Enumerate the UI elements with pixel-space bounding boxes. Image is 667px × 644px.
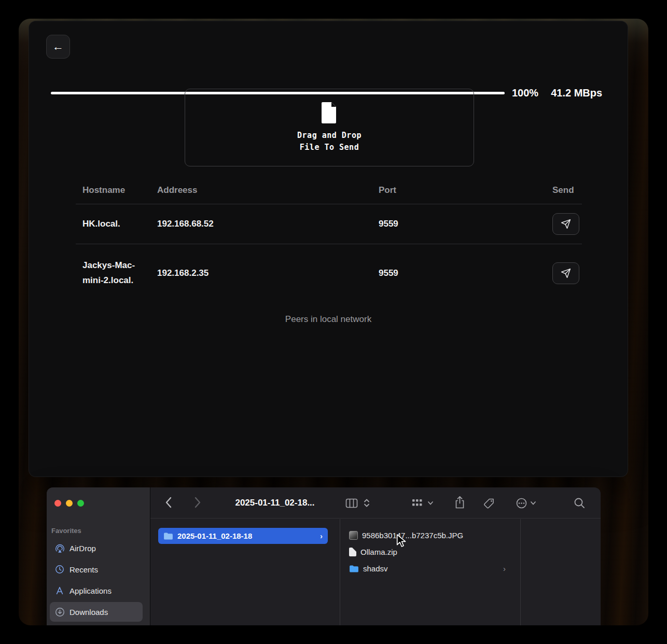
sidebar-items: AirDrop Recents Ap xyxy=(50,538,143,623)
column-view-icon[interactable] xyxy=(345,498,358,508)
peers-table: Hostname Addreess Port Send HK.local. 19… xyxy=(76,176,582,302)
minimize-window-button[interactable] xyxy=(66,500,73,507)
finder-window-title: 2025-01-11_02-18... xyxy=(213,487,337,519)
zoom-window-button[interactable] xyxy=(77,500,84,507)
group-by-chevron-icon[interactable] xyxy=(427,501,434,506)
progress-percent: 100% xyxy=(512,87,538,99)
peers-caption: Peers in local network xyxy=(29,314,628,329)
peer-hostname: HK.local. xyxy=(82,217,144,232)
list-item-folder[interactable]: shadsv › xyxy=(349,560,506,577)
folder-name: shadsv xyxy=(363,564,388,573)
dropzone-text: Drag and Drop File To Send xyxy=(297,130,362,154)
sidebar-item-airdrop[interactable]: AirDrop xyxy=(50,538,143,558)
download-icon xyxy=(54,607,65,617)
header-address: Addreess xyxy=(157,185,379,195)
image-thumbnail-icon xyxy=(349,531,358,540)
file-name: Ollama.zip xyxy=(360,548,397,556)
header-port: Port xyxy=(379,185,552,195)
back-button[interactable]: ← xyxy=(46,35,70,59)
folder-contents-list: 9586b30147...b7237c5b.JPG Ollama.zip sha… xyxy=(349,527,506,577)
chevron-left-icon xyxy=(165,496,172,509)
finder-columns: 2025-01-11_02-18-18 › 9586b30147...b7237… xyxy=(150,519,601,625)
paper-plane-icon xyxy=(561,219,571,229)
transfer-speed: 41.2 MBps xyxy=(551,87,602,99)
peer-row: HK.local. 192.168.68.52 9559 xyxy=(76,204,582,244)
peer-row: Jackys-Mac-mini-2.local. 192.168.2.35 95… xyxy=(76,244,582,302)
file-icon xyxy=(321,102,338,125)
search-icon[interactable] xyxy=(574,497,585,509)
peer-address: 192.168.68.52 xyxy=(157,219,379,229)
more-actions-chevron-icon[interactable] xyxy=(530,501,536,506)
forward-nav-button[interactable] xyxy=(194,496,201,509)
column-divider[interactable] xyxy=(340,519,340,625)
sidebar-item-applications[interactable]: Applications xyxy=(50,581,143,600)
clock-icon xyxy=(54,565,65,574)
sidebar-item-recents[interactable]: Recents xyxy=(50,559,143,579)
more-actions-icon[interactable] xyxy=(516,498,527,509)
dropzone-line1: Drag and Drop xyxy=(297,130,362,142)
peer-hostname: Jackys-Mac-mini-2.local. xyxy=(82,258,144,288)
sidebar-section-favorites: Favorites xyxy=(51,527,81,535)
chevron-right-icon: › xyxy=(320,531,323,540)
list-item-zip[interactable]: Ollama.zip xyxy=(349,543,506,560)
send-button[interactable] xyxy=(552,213,579,235)
close-window-button[interactable] xyxy=(54,500,61,507)
file-transfer-window: ← 100% 41.2 MBps Drag and Drop File To S… xyxy=(29,21,628,477)
finder-main: 2025-01-11_02-18... xyxy=(150,487,601,625)
folder-name: 2025-01-11_02-18-18 xyxy=(177,531,252,540)
mouse-cursor xyxy=(395,534,408,550)
peer-port: 9559 xyxy=(379,268,552,278)
header-send: Send xyxy=(552,185,582,195)
file-name: 9586b30147...b7237c5b.JPG xyxy=(362,531,463,540)
desktop: ← 100% 41.2 MBps Drag and Drop File To S… xyxy=(0,0,667,644)
window-controls xyxy=(54,500,84,507)
peers-table-header: Hostname Addreess Port Send xyxy=(76,176,582,204)
finder-sidebar: Favorites AirDrop xyxy=(47,487,150,625)
finder-window: Favorites AirDrop xyxy=(47,487,601,625)
back-arrow-icon: ← xyxy=(52,35,64,58)
back-nav-button[interactable] xyxy=(165,496,172,509)
group-by-icon[interactable] xyxy=(412,499,423,508)
airdrop-icon xyxy=(54,543,65,553)
column-divider[interactable] xyxy=(520,519,521,625)
dropzone-line2: File To Send xyxy=(297,142,362,153)
sidebar-item-label: Downloads xyxy=(70,608,108,617)
file-dropzone[interactable]: Drag and Drop File To Send xyxy=(185,89,474,166)
share-icon[interactable] xyxy=(454,496,465,509)
header-hostname: Hostname xyxy=(82,185,157,195)
selected-folder-row[interactable]: 2025-01-11_02-18-18 › xyxy=(158,528,328,544)
sidebar-item-label: Recents xyxy=(70,565,98,574)
peer-port: 9559 xyxy=(379,219,552,229)
tag-icon[interactable] xyxy=(483,498,495,509)
list-item-jpg[interactable]: 9586b30147...b7237c5b.JPG xyxy=(349,527,506,543)
applications-icon xyxy=(54,586,65,595)
chevron-right-icon xyxy=(194,496,201,509)
sidebar-item-label: Applications xyxy=(70,586,112,595)
finder-toolbar: 2025-01-11_02-18... xyxy=(150,487,601,519)
sidebar-item-downloads[interactable]: Downloads xyxy=(50,602,143,622)
chevron-right-icon: › xyxy=(503,564,506,573)
folder-icon xyxy=(163,532,173,540)
send-button[interactable] xyxy=(552,262,579,284)
view-switcher-chevrons-icon[interactable] xyxy=(363,498,370,508)
peer-address: 192.168.2.35 xyxy=(157,268,379,278)
document-icon xyxy=(349,548,356,556)
folder-icon xyxy=(349,565,359,572)
sidebar-item-label: AirDrop xyxy=(70,544,96,553)
paper-plane-icon xyxy=(561,268,571,278)
